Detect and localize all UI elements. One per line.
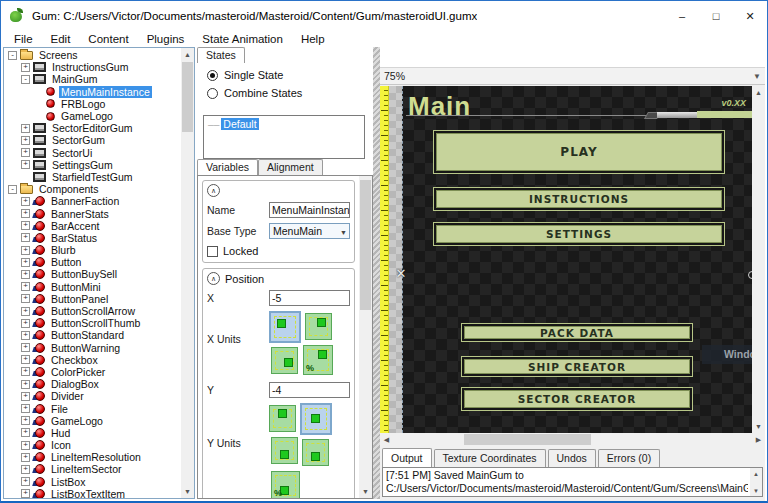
collapse-chevron-icon[interactable]: ∧ — [207, 184, 220, 197]
scroll-up-icon[interactable]: ▲ — [750, 468, 762, 479]
tree-item-settingsgum[interactable]: +SettingsGum — [4, 159, 181, 171]
expand-expander-icon[interactable]: + — [21, 282, 30, 291]
tree-item-bannerfaction[interactable]: +BannerFaction — [4, 195, 181, 207]
scroll-down-icon[interactable]: ▼ — [359, 485, 372, 498]
tree-item-icon[interactable]: +Icon — [4, 439, 181, 451]
scrollbar-thumb[interactable] — [182, 62, 193, 132]
canvas-vertical-scrollbar[interactable]: ▲ ▼ — [752, 86, 765, 433]
tree-item-lineitemsector[interactable]: +LineItemSector — [4, 463, 181, 475]
scroll-down-icon[interactable]: ▼ — [181, 485, 194, 498]
expand-expander-icon[interactable]: + — [21, 221, 30, 230]
radio-combine-states-icon[interactable] — [207, 88, 218, 99]
tab-alignment[interactable]: Alignment — [258, 159, 323, 175]
tree-item-bannerstats[interactable]: +BannerStats — [4, 207, 181, 219]
name-field[interactable]: MenuMainInstance — [269, 202, 350, 218]
tree-item-hud[interactable]: +Hud — [4, 427, 181, 439]
y-units-option-icon[interactable] — [271, 437, 298, 464]
tree-scrollbar[interactable]: ▲ ▼ — [181, 48, 194, 498]
expand-expander-icon[interactable]: + — [21, 392, 30, 401]
expand-expander-icon[interactable]: + — [21, 124, 30, 133]
x-units-option-icon[interactable] — [271, 347, 298, 374]
tree-item-divider[interactable]: +Divider — [4, 390, 181, 402]
single-state-option[interactable]: Single State — [207, 69, 373, 81]
tree-item-button[interactable]: +Button — [4, 256, 181, 268]
y-units-option-icon[interactable] — [300, 403, 332, 435]
y-units-option-icon[interactable] — [302, 439, 329, 466]
expand-expander-icon[interactable]: + — [21, 428, 30, 437]
origin-marker-icon[interactable]: ✕ — [394, 267, 408, 281]
tree-item-sectorgum[interactable]: +SectorGum — [4, 134, 181, 146]
state-item-default[interactable]: Default — [208, 118, 364, 130]
locked-option[interactable]: Locked — [207, 245, 350, 257]
tree-item-sectoreditorgum[interactable]: +SectorEditorGum — [4, 122, 181, 134]
menu-item-content[interactable]: Content — [79, 32, 137, 46]
tree-item-listbox[interactable]: +ListBox — [4, 476, 181, 488]
tab-undos[interactable]: Undos — [548, 449, 596, 467]
tree-item-sectorui[interactable]: +SectorUi — [4, 147, 181, 159]
menu-item-file[interactable]: File — [5, 32, 42, 46]
tree-item-components[interactable]: -Components — [4, 183, 181, 195]
game-button-pack-data[interactable]: PACK DATA — [462, 324, 692, 341]
expand-expander-icon[interactable]: + — [21, 367, 30, 376]
game-button-sector-creator[interactable]: SECTOR CREATOR — [462, 388, 692, 410]
scroll-up-icon[interactable]: ▲ — [181, 48, 194, 61]
tab-output[interactable]: Output — [382, 448, 432, 467]
expand-expander-icon[interactable]: + — [21, 355, 30, 364]
expand-expander-icon[interactable]: + — [21, 343, 30, 352]
menu-item-edit[interactable]: Edit — [42, 32, 80, 46]
tree-item-barstatus[interactable]: +BarStatus — [4, 232, 181, 244]
tree-item-buttonmini[interactable]: +ButtonMini — [4, 281, 181, 293]
tree-item-gamelogo[interactable]: +GameLogo — [4, 415, 181, 427]
panel-splitter[interactable] — [373, 47, 380, 499]
expand-expander-icon[interactable]: + — [21, 453, 30, 462]
tree-item-screens[interactable]: -Screens — [4, 49, 181, 61]
scroll-up-icon[interactable]: ▲ — [752, 86, 765, 99]
output-scrollbar[interactable]: ▲ ▼ — [750, 468, 762, 496]
tree-item-colorpicker[interactable]: +ColorPicker — [4, 366, 181, 378]
minimize-button[interactable]: – — [665, 1, 699, 31]
tree-item-buttonbuysell[interactable]: +ButtonBuySell — [4, 268, 181, 280]
collapse-expander-icon[interactable]: - — [8, 185, 17, 194]
menu-item-plugins[interactable]: Plugins — [138, 32, 194, 46]
x-field[interactable]: -5 — [269, 290, 350, 306]
y-units-option-icon[interactable]: % — [271, 471, 300, 498]
tree-item-buttonstandard[interactable]: +ButtonStandard — [4, 329, 181, 341]
expand-expander-icon[interactable]: + — [21, 233, 30, 242]
tree-item-maingum[interactable]: -MainGum — [4, 73, 181, 85]
scroll-down-icon[interactable]: ▼ — [752, 420, 765, 433]
tree-item-frblogo[interactable]: FRBLogo — [4, 98, 181, 110]
tree-item-buttonscrollarrow[interactable]: +ButtonScrollArrow — [4, 305, 181, 317]
expand-expander-icon[interactable]: + — [21, 404, 30, 413]
screen-preview[interactable]: Main v0.XX PLAYINSTRUCTIONSSETTINGS PACK… — [402, 86, 752, 433]
game-button-play[interactable]: PLAY — [434, 131, 724, 173]
tree-item-starfieldtestgum[interactable]: StarfieldTestGum — [4, 171, 181, 183]
maximize-button[interactable]: □ — [699, 1, 733, 31]
expand-expander-icon[interactable]: + — [21, 258, 30, 267]
scrollbar-thumb[interactable] — [464, 434, 591, 445]
x-units-option-icon[interactable]: % — [303, 345, 333, 375]
expand-expander-icon[interactable]: + — [21, 270, 30, 279]
tree-item-lineitemresolution[interactable]: +LineItemResolution — [4, 451, 181, 463]
expand-expander-icon[interactable]: + — [21, 416, 30, 425]
tree-item-dialogbox[interactable]: +DialogBox — [4, 378, 181, 390]
expand-expander-icon[interactable]: + — [21, 319, 30, 328]
scroll-left-icon[interactable]: ◀ — [380, 433, 393, 446]
tab-variables[interactable]: Variables — [197, 159, 258, 175]
tree-item-blurb[interactable]: +Blurb — [4, 244, 181, 256]
tree-item-buttonwarning[interactable]: +ButtonWarning — [4, 342, 181, 354]
expand-expander-icon[interactable]: + — [21, 197, 30, 206]
expand-expander-icon[interactable]: + — [21, 148, 30, 157]
x-units-option-icon[interactable] — [269, 311, 301, 343]
game-button-instructions[interactable]: INSTRUCTIONS — [434, 188, 724, 210]
game-button-settings[interactable]: SETTINGS — [434, 223, 724, 245]
locked-checkbox[interactable] — [207, 246, 218, 257]
tree-item-listboxtextitem[interactable]: +ListBoxTextItem — [4, 488, 181, 498]
expand-expander-icon[interactable]: + — [21, 160, 30, 169]
tree-item-menumaininstance[interactable]: MenuMainInstance — [4, 86, 181, 98]
expand-expander-icon[interactable]: + — [21, 441, 30, 450]
menu-item-state-animation[interactable]: State Animation — [193, 32, 292, 46]
tree-item-gamelogo[interactable]: GameLogo — [4, 110, 181, 122]
tab-errors-0-[interactable]: Errors (0) — [598, 449, 660, 467]
menu-item-help[interactable]: Help — [292, 32, 334, 46]
expand-expander-icon[interactable]: + — [21, 380, 30, 389]
